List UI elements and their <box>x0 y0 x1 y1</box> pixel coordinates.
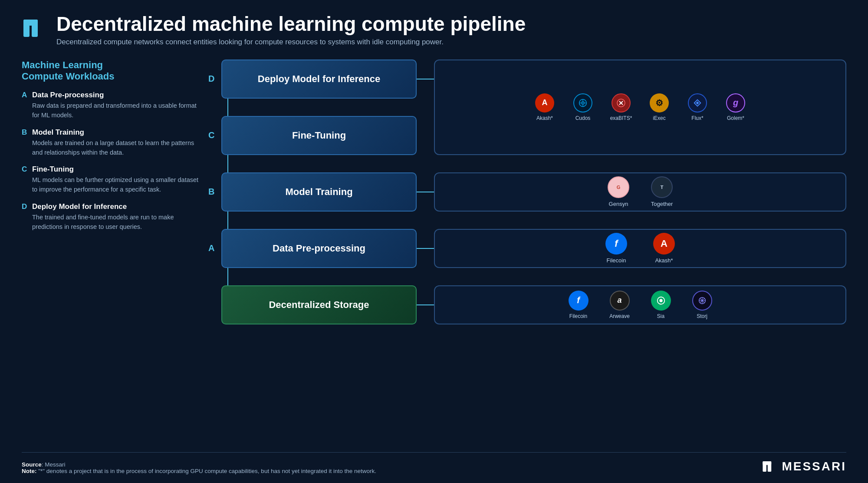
gensyn-icon: G <box>608 176 629 198</box>
provider-box-deploy: A Akash* Cudos <box>434 60 846 155</box>
pipeline-box-storage[interactable]: Decentralized Storage <box>221 285 417 324</box>
pipeline-row-storage: Decentralized Storage <box>208 285 417 324</box>
h-connector-deploy <box>417 79 434 79</box>
flux-icon <box>688 93 707 112</box>
provider-box-training: G Gensyn T Together <box>434 172 846 212</box>
sia-icon <box>651 291 671 311</box>
header: Decentralized machine learning compute p… <box>22 13 846 46</box>
pipeline-row-b: B Model Training <box>208 172 417 212</box>
provider-filecoin-s: f Filecoin <box>561 291 596 319</box>
pipeline-section: D Deploy Model for Inference C Fine-Tuni… <box>208 60 417 324</box>
provider-together: T Together <box>644 176 679 207</box>
h-connector-training <box>417 192 434 192</box>
filecoin-icon: f <box>605 233 627 255</box>
spacer-cb <box>417 155 846 172</box>
provider-grid-storage: f Filecoin a Arweave Si <box>441 291 839 319</box>
footer-source: Source: Messari <box>22 461 376 468</box>
right-row-training: G Gensyn T Together <box>417 172 846 212</box>
storj-icon <box>692 291 712 311</box>
iexec-icon: ⚙ <box>650 93 669 112</box>
provider-iexec: ⚙ iExec <box>642 93 677 121</box>
provider-grid-training: G Gensyn T Together <box>441 176 839 207</box>
provider-akash-pre: A Akash* <box>647 233 681 264</box>
footer-text: Source: Messari Note: "*" denotes a proj… <box>22 461 376 474</box>
pipeline-box-preprocessing[interactable]: Data Pre-processing <box>221 229 417 268</box>
main-grid: Machine Learning Compute Workloads A Dat… <box>22 60 846 448</box>
akash-pre-icon: A <box>653 233 675 255</box>
right-row-storage: f Filecoin a Arweave Si <box>417 285 846 324</box>
main-subtitle: Decentralized compute networks connect e… <box>56 38 526 46</box>
provider-filecoin: f Filecoin <box>599 233 634 264</box>
v-connector-ba <box>227 212 228 229</box>
pipeline-box-finetuning[interactable]: Fine-Tuning <box>221 116 417 155</box>
main-title: Decentralized machine learning compute p… <box>56 13 526 35</box>
arweave-icon: a <box>610 291 630 311</box>
akash-icon: A <box>535 93 554 112</box>
pipeline-row-a: A Data Pre-processing <box>208 229 417 268</box>
main-container: Decentralized machine learning compute p… <box>0 0 868 483</box>
filecoin-s-icon: f <box>569 291 589 311</box>
v-connector-as <box>227 268 228 285</box>
left-panel: Machine Learning Compute Workloads A Dat… <box>22 60 208 240</box>
provider-cudos: Cudos <box>566 93 600 121</box>
provider-box-preprocessing: f Filecoin A Akash* <box>434 229 846 268</box>
provider-akash: A Akash* <box>527 93 562 121</box>
workload-label-a: A Data Pre-processing <box>22 91 200 99</box>
spacer-as <box>417 268 846 285</box>
footer: Source: Messari Note: "*" denotes a proj… <box>22 452 846 474</box>
cudos-icon <box>573 93 592 112</box>
svg-point-11 <box>659 299 662 302</box>
messari-logo-icon <box>22 15 48 43</box>
right-section: A Akash* Cudos <box>417 60 846 324</box>
h-connector-preprocessing <box>417 248 434 249</box>
pipeline-box-deploy[interactable]: Deploy Model for Inference <box>221 60 417 99</box>
header-text: Decentralized machine learning compute p… <box>56 13 526 46</box>
workload-label-d: D Deploy Model for Inference <box>22 202 200 211</box>
provider-storj: Storj <box>685 291 720 319</box>
v-connector-dc <box>227 99 228 116</box>
provider-exabits: exaBITS* <box>604 93 638 121</box>
provider-box-storage: f Filecoin a Arweave Si <box>434 285 846 324</box>
svg-rect-15 <box>763 461 772 465</box>
spacer-ba <box>417 212 846 229</box>
workload-item-a: A Data Pre-processing Raw data is prepar… <box>22 91 200 120</box>
provider-gensyn: G Gensyn <box>601 176 636 207</box>
provider-grid-deploy: A Akash* Cudos <box>441 65 839 150</box>
right-row-preprocessing: f Filecoin A Akash* <box>417 229 846 268</box>
h-connector-storage <box>417 304 434 305</box>
footer-note: Note: "*" denotes a project that is in t… <box>22 468 376 474</box>
workload-item-c: C Fine-Tuning ML models can be further o… <box>22 165 200 195</box>
provider-arweave: a Arweave <box>602 291 637 319</box>
messari-logo-small <box>762 459 777 474</box>
v-connector-cb <box>227 155 228 172</box>
workload-item-b: B Model Training Models are trained on a… <box>22 128 200 158</box>
pipeline-row-d: D Deploy Model for Inference <box>208 60 417 99</box>
workload-label-b: B Model Training <box>22 128 200 137</box>
workload-item-d: D Deploy Model for Inference The trained… <box>22 202 200 232</box>
exabits-icon <box>612 93 631 112</box>
center-right: D Deploy Model for Inference C Fine-Tuni… <box>208 60 846 324</box>
svg-rect-2 <box>23 20 38 26</box>
messari-brand: MESSARI <box>762 459 846 474</box>
provider-flux: Flux* <box>680 93 715 121</box>
provider-grid-preprocessing: f Filecoin A Akash* <box>441 233 839 264</box>
right-row-deploy: A Akash* Cudos <box>417 60 846 155</box>
workload-label-c: C Fine-Tuning <box>22 165 200 174</box>
golem-icon: g <box>726 93 745 112</box>
pipeline-box-training[interactable]: Model Training <box>221 172 417 212</box>
left-panel-title: Machine Learning Compute Workloads <box>22 60 200 83</box>
together-icon: T <box>651 176 673 198</box>
pipeline-row-c: C Fine-Tuning <box>208 116 417 155</box>
provider-golem: g Golem* <box>718 93 753 121</box>
provider-sia: Sia <box>644 291 678 319</box>
